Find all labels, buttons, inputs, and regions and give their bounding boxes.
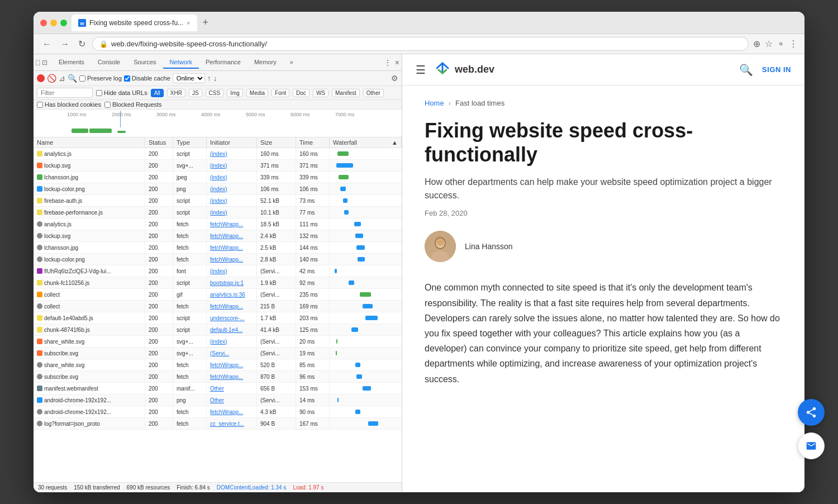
filter-xhr-btn[interactable]: XHR [167,89,185,97]
filter-font-btn[interactable]: Font [272,89,289,97]
preserve-log-checkbox[interactable] [79,75,85,82]
table-row[interactable]: analytics.js 200 fetch fetchWrapp... 18.… [34,218,402,230]
devtools-close-icon[interactable]: × [395,58,399,67]
maximize-button[interactable] [60,20,67,26]
filter-css-btn[interactable]: CSS [206,89,224,97]
filter-other-btn[interactable]: Other [363,89,384,97]
has-blocked-cookies-checkbox[interactable] [37,102,43,108]
has-blocked-cookies-label[interactable]: Has blocked cookies [37,101,101,108]
refresh-button[interactable]: ↻ [76,37,88,50]
preserve-log-label[interactable]: Preserve log [79,75,122,82]
site-logo[interactable]: web.dev [435,62,494,78]
filter-all-btn[interactable]: All [151,89,164,97]
devtools-icon-right[interactable]: ⊡ [42,59,47,66]
header-type[interactable]: Type [173,137,207,148]
table-row[interactable]: lchansson.jpg 200 jpeg (index) 339 ms 33… [34,172,402,183]
record-button[interactable] [37,74,45,82]
filter-img-btn[interactable]: Img [227,89,243,97]
table-row[interactable]: lockup-color.png 200 png (index) 106 ms … [34,183,402,195]
header-initiator[interactable]: Initiator [207,137,257,148]
table-row[interactable]: share_white.svg 200 svg+... (index) (Ser… [34,336,402,348]
table-row[interactable]: android-chrome-192x192... 200 png Other … [34,394,402,406]
minimize-button[interactable] [50,20,57,26]
tab-performance[interactable]: Performance [199,56,247,69]
filter-input[interactable] [37,88,93,98]
filter-js-btn[interactable]: JS [189,89,202,97]
breadcrumb-home[interactable]: Home [425,99,444,107]
row-waterfall [330,289,402,300]
close-tab-icon[interactable]: × [187,20,190,26]
back-button[interactable]: ← [40,38,54,50]
row-waterfall [330,359,402,370]
filter-doc-btn[interactable]: Doc [293,89,310,97]
forward-button[interactable]: → [58,38,72,50]
header-name[interactable]: Name [34,137,145,148]
table-row[interactable]: manifest.webmanifest 200 manif... Other … [34,383,402,394]
tab-console[interactable]: Console [91,56,127,69]
hamburger-menu-icon[interactable]: ☰ [416,63,426,77]
row-status: 200 [145,230,173,241]
blocked-requests-checkbox[interactable] [104,102,111,108]
table-row[interactable]: analytics.js 200 script (index) 160 ms 1… [34,148,402,160]
filter-ws-btn[interactable]: WS [313,89,328,97]
row-time: 169 ms [296,301,330,312]
sign-in-button[interactable]: SIGN IN [762,65,791,74]
table-row[interactable]: android-chrome-192x192... 200 fetch fetc… [34,406,402,418]
table-row[interactable]: subscribe.svg 200 svg+... (Servi... (Ser… [34,348,402,359]
download-button[interactable]: ↓ [213,74,217,83]
search-button[interactable]: 🔍 [68,74,77,83]
blocked-requests-label[interactable]: Blocked Requests [104,101,162,108]
table-row[interactable]: firebase-auth.js 200 script (index) 52.1… [34,195,402,207]
table-row[interactable]: chunk-48741f6b.js 200 script default-1e4… [34,324,402,336]
throttle-select[interactable]: Online [173,73,205,83]
table-row[interactable]: flUhRq6tzZclQEJ-Vdg-lui... 200 font (ind… [34,265,402,277]
table-row[interactable]: default-1e40abd5.js 200 script underscor… [34,312,402,324]
cast-icon[interactable]: ⊕ [753,39,760,49]
clear-log-button[interactable]: 🚫 [47,74,56,83]
search-icon-web[interactable]: 🔍 [739,63,753,77]
table-row[interactable]: firebase-performance.js 200 script (inde… [34,207,402,218]
tab-network[interactable]: Network [163,56,199,69]
hide-data-urls-label[interactable]: Hide data URLs [96,89,147,96]
header-size[interactable]: Size [257,137,296,148]
row-initiator: (index) [207,336,257,347]
devtools-menu-icon[interactable]: ⋮ [384,58,392,67]
table-row[interactable]: collect 200 fetch fetchWrapp... 215 B 16… [34,301,402,312]
table-row[interactable]: lockup-color.png 200 fetch fetchWrapp...… [34,254,402,265]
table-row[interactable]: lockup.svg 200 fetch fetchWrapp... 2.4 k… [34,230,402,242]
disable-cache-label[interactable]: Disable cache [124,75,170,82]
table-row[interactable]: lchansson.jpg 200 fetch fetchWrapp... 2.… [34,242,402,254]
profile-icon[interactable]: ⚬ [777,39,784,49]
new-tab-button[interactable]: + [199,16,212,30]
close-button[interactable] [40,20,47,26]
header-waterfall[interactable]: Waterfall ▲ [330,137,402,148]
menu-icon[interactable]: ⋮ [789,39,798,49]
header-status[interactable]: Status [145,137,173,148]
bookmark-icon[interactable]: ☆ [765,39,773,49]
devtools-icon-left[interactable]: ⎕ [36,59,40,66]
hide-data-urls-checkbox[interactable] [96,90,102,96]
settings-button[interactable]: ⚙ [391,74,398,83]
table-row[interactable]: chunk-fc110256.js 200 script bootstrap.j… [34,277,402,289]
tab-more[interactable]: » [283,56,300,69]
row-status: 200 [145,148,173,159]
disable-cache-checkbox[interactable] [124,75,130,82]
notify-fab-button[interactable] [798,432,804,459]
filter-button[interactable]: ⊿ [59,74,65,83]
table-row[interactable]: share_white.svg 200 fetch fetchWrapp... … [34,359,402,371]
share-fab-button[interactable] [798,399,804,426]
active-tab[interactable]: w Fixing website speed cross-fu... × [72,15,197,31]
upload-button[interactable]: ↑ [207,74,211,83]
tab-memory[interactable]: Memory [247,56,283,69]
header-time[interactable]: Time [296,137,330,148]
url-bar[interactable]: 🔒 web.dev/fixing-website-speed-cross-fun… [92,37,749,51]
row-initiator: (index) [207,265,257,277]
tab-sources[interactable]: Sources [127,56,163,69]
table-row[interactable]: subscribe.svg 200 fetch fetchWrapp... 87… [34,371,402,383]
filter-media-btn[interactable]: Media [246,89,268,97]
table-row[interactable]: lockup.svg 200 svg+... (index) 371 ms 37… [34,160,402,172]
filter-manifest-btn[interactable]: Manifest [332,89,360,97]
table-row[interactable]: collect 200 gif analytics.js:36 (Servi..… [34,289,402,301]
tab-elements[interactable]: Elements [52,56,91,69]
table-row[interactable]: log?format=json_proto 200 fetch cc_servi… [34,418,402,430]
